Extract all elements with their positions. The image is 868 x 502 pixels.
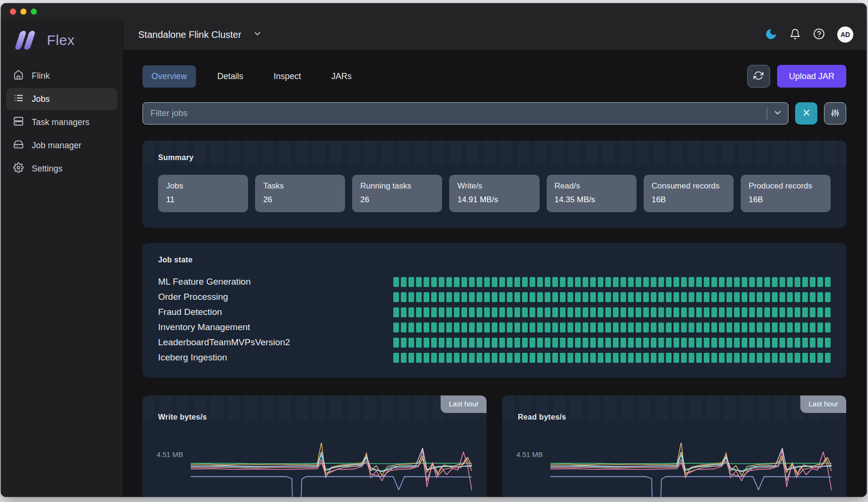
task-state-cell[interactable]: [734, 338, 740, 348]
task-state-cell[interactable]: [734, 277, 740, 287]
theme-toggle-button[interactable]: [765, 28, 777, 42]
task-state-cell[interactable]: [696, 292, 702, 302]
task-state-cell[interactable]: [817, 292, 823, 302]
task-state-cell[interactable]: [749, 338, 755, 348]
task-state-cell[interactable]: [742, 292, 747, 302]
task-state-cell[interactable]: [583, 277, 588, 287]
task-state-cell[interactable]: [696, 307, 702, 317]
task-state-cell[interactable]: [613, 323, 619, 332]
task-state-cell[interactable]: [628, 353, 634, 363]
task-state-cell[interactable]: [408, 338, 414, 348]
task-state-cell[interactable]: [802, 323, 808, 332]
task-state-cell[interactable]: [522, 353, 528, 363]
task-state-cell[interactable]: [651, 292, 656, 302]
task-state-cell[interactable]: [772, 353, 778, 363]
task-state-cell[interactable]: [507, 338, 513, 348]
task-state-cell[interactable]: [643, 353, 649, 363]
task-state-cell[interactable]: [567, 307, 573, 317]
task-state-cell[interactable]: [484, 307, 490, 317]
task-state-cell[interactable]: [825, 277, 831, 287]
task-state-cell[interactable]: [643, 277, 649, 287]
task-state-cell[interactable]: [514, 292, 520, 302]
task-state-cell[interactable]: [552, 292, 558, 302]
task-state-cell[interactable]: [681, 307, 687, 317]
task-state-cell[interactable]: [461, 353, 467, 363]
help-button[interactable]: [813, 28, 825, 41]
task-state-cell[interactable]: [530, 323, 535, 332]
task-state-cell[interactable]: [469, 277, 475, 287]
task-state-cell[interactable]: [530, 338, 535, 348]
task-state-cell[interactable]: [726, 292, 732, 302]
task-state-cell[interactable]: [673, 338, 679, 348]
task-state-cell[interactable]: [598, 307, 603, 317]
task-state-cell[interactable]: [590, 353, 596, 363]
task-state-cell[interactable]: [401, 292, 407, 302]
task-state-cell[interactable]: [424, 307, 429, 317]
task-state-cell[interactable]: [416, 277, 422, 287]
task-state-cell[interactable]: [454, 323, 460, 332]
task-state-cell[interactable]: [545, 292, 550, 302]
task-state-cell[interactable]: [681, 292, 687, 302]
task-state-cell[interactable]: [567, 323, 573, 332]
task-state-cell[interactable]: [779, 307, 785, 317]
task-state-cell[interactable]: [711, 277, 717, 287]
task-state-cell[interactable]: [696, 323, 702, 332]
task-state-cell[interactable]: [537, 353, 543, 363]
task-state-cell[interactable]: [583, 292, 588, 302]
task-state-cell[interactable]: [492, 323, 497, 332]
task-state-cell[interactable]: [636, 277, 641, 287]
task-state-cell[interactable]: [605, 338, 611, 348]
task-state-cell[interactable]: [469, 292, 475, 302]
task-state-cell[interactable]: [749, 292, 755, 302]
task-state-cell[interactable]: [726, 338, 732, 348]
task-state-cell[interactable]: [779, 323, 785, 332]
task-state-cell[interactable]: [757, 277, 762, 287]
upload-jar-button[interactable]: Upload JAR: [777, 65, 846, 88]
task-state-cell[interactable]: [764, 292, 770, 302]
task-state-cell[interactable]: [673, 353, 679, 363]
task-state-cell[interactable]: [636, 338, 641, 348]
task-state-cell[interactable]: [431, 292, 437, 302]
task-state-cell[interactable]: [499, 323, 505, 332]
task-state-cell[interactable]: [605, 292, 611, 302]
task-state-cell[interactable]: [757, 323, 762, 332]
task-state-cell[interactable]: [530, 353, 535, 363]
task-state-cell[interactable]: [439, 277, 444, 287]
task-state-cell[interactable]: [575, 323, 581, 332]
task-state-cell[interactable]: [787, 292, 793, 302]
clear-filter-button[interactable]: [795, 102, 817, 125]
task-state-cell[interactable]: [719, 338, 725, 348]
task-state-cell[interactable]: [719, 323, 725, 332]
task-state-cell[interactable]: [666, 277, 672, 287]
task-state-cell[interactable]: [749, 323, 755, 332]
task-state-cell[interactable]: [810, 307, 815, 317]
task-state-cell[interactable]: [545, 338, 550, 348]
task-state-cell[interactable]: [590, 277, 596, 287]
task-state-cell[interactable]: [492, 292, 497, 302]
task-state-cell[interactable]: [477, 292, 482, 302]
task-state-cell[interactable]: [477, 277, 482, 287]
task-state-cell[interactable]: [795, 277, 800, 287]
task-state-cell[interactable]: [605, 323, 611, 332]
filter-jobs-field[interactable]: [142, 102, 788, 125]
task-state-cell[interactable]: [757, 353, 762, 363]
task-state-cell[interactable]: [522, 338, 528, 348]
task-state-cell[interactable]: [764, 323, 770, 332]
task-state-cell[interactable]: [393, 323, 399, 332]
time-range-badge[interactable]: Last hour: [800, 395, 846, 413]
task-state-cell[interactable]: [484, 323, 490, 332]
task-state-cell[interactable]: [681, 323, 687, 332]
task-state-cell[interactable]: [545, 353, 550, 363]
tab-jars[interactable]: JARs: [322, 65, 361, 88]
task-state-cell[interactable]: [393, 353, 399, 363]
task-state-cell[interactable]: [545, 307, 550, 317]
task-state-cell[interactable]: [590, 307, 596, 317]
task-state-cell[interactable]: [408, 277, 414, 287]
task-state-cell[interactable]: [469, 307, 475, 317]
task-state-cell[interactable]: [628, 292, 634, 302]
task-state-cell[interactable]: [636, 292, 641, 302]
task-state-cell[interactable]: [726, 323, 732, 332]
task-state-cell[interactable]: [454, 353, 460, 363]
task-state-cell[interactable]: [416, 292, 422, 302]
task-state-cell[interactable]: [431, 353, 437, 363]
